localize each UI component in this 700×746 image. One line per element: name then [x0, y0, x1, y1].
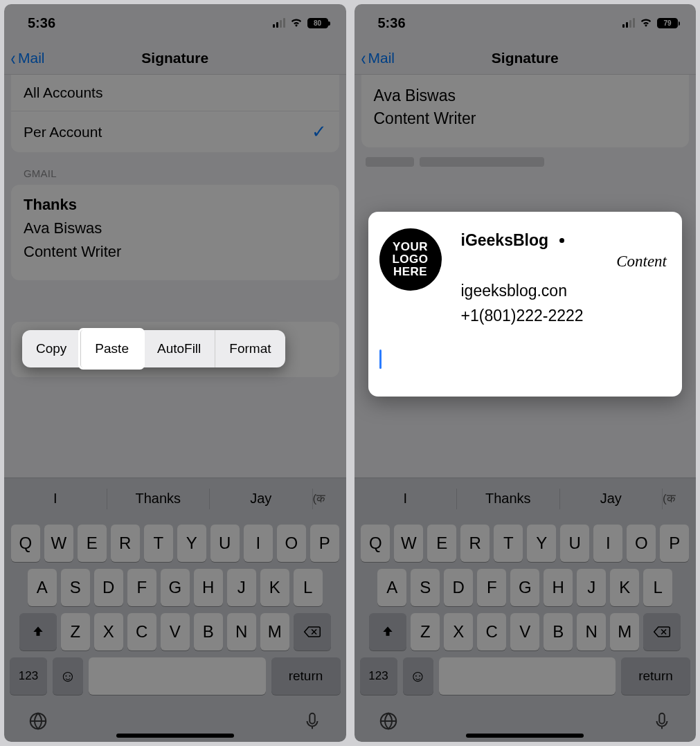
key-e[interactable]: E — [78, 525, 107, 562]
back-button[interactable]: ‹Mail — [10, 48, 45, 69]
key-l[interactable]: L — [643, 569, 672, 606]
key-y[interactable]: Y — [177, 525, 206, 562]
key-v[interactable]: V — [161, 613, 190, 651]
status-bar: 5:36 79 — [355, 4, 697, 42]
key-o[interactable]: O — [277, 525, 306, 562]
key-s[interactable]: S — [61, 569, 90, 606]
key-j[interactable]: J — [227, 569, 256, 606]
bottom-bar — [4, 700, 346, 742]
key-j[interactable]: J — [577, 569, 606, 606]
key-k[interactable]: K — [610, 569, 639, 606]
phone-right: 5:36 79 ‹Mail Signature Ava Biswas Conte… — [355, 4, 697, 742]
key-d[interactable]: D — [94, 569, 123, 606]
key-i[interactable]: I — [593, 525, 622, 562]
key-t[interactable]: T — [494, 525, 523, 562]
predict-1[interactable]: I — [4, 491, 107, 507]
signature-card[interactable]: Thanks Ava Biswas Content Writer — [11, 185, 339, 280]
key-q[interactable]: Q — [11, 525, 40, 562]
ctx-autofill[interactable]: AutoFill — [143, 330, 215, 367]
key-r[interactable]: R — [460, 525, 490, 562]
ctx-copy[interactable]: Copy — [22, 330, 80, 367]
key-f[interactable]: F — [477, 569, 506, 606]
signature-card-top[interactable]: Ava Biswas Content Writer — [361, 75, 690, 147]
key-g[interactable]: G — [510, 569, 539, 606]
pasted-signature-panel[interactable]: YOUR LOGO HERE iGeeksBlog Content igeeks… — [368, 212, 683, 397]
predict-2[interactable]: Thanks — [457, 491, 559, 507]
key-n[interactable]: N — [227, 613, 256, 651]
key-space[interactable] — [439, 657, 616, 695]
key-b[interactable]: B — [544, 613, 573, 651]
kbd-row-4: 123 ☺ return — [357, 657, 694, 695]
ctx-format[interactable]: Format — [215, 330, 285, 367]
predict-3[interactable]: Jay — [560, 491, 663, 507]
key-n[interactable]: N — [577, 613, 606, 651]
globe-icon[interactable] — [28, 711, 48, 731]
key-w[interactable]: W — [394, 525, 423, 562]
checkmark-icon: ✓ — [312, 121, 327, 143]
key-emoji[interactable]: ☺ — [53, 657, 83, 695]
key-i[interactable]: I — [244, 525, 273, 562]
key-backspace[interactable] — [643, 613, 681, 651]
key-q[interactable]: Q — [361, 525, 390, 562]
key-e[interactable]: E — [427, 525, 456, 562]
back-button[interactable]: ‹Mail — [360, 48, 395, 69]
text-cursor — [379, 349, 382, 369]
key-x[interactable]: X — [94, 613, 123, 651]
key-shift[interactable] — [369, 613, 406, 651]
mic-icon[interactable] — [652, 711, 672, 731]
home-indicator[interactable] — [466, 734, 584, 738]
key-return[interactable]: return — [621, 657, 690, 695]
key-m[interactable]: M — [610, 613, 639, 651]
key-return[interactable]: return — [271, 657, 341, 695]
key-k[interactable]: K — [260, 569, 289, 606]
key-h[interactable]: H — [544, 569, 573, 606]
row-per-account[interactable]: Per Account✓ — [11, 111, 339, 152]
row-all-accounts[interactable]: All Accounts — [11, 75, 339, 111]
kbd-row-3: ZXCVBNM — [357, 613, 694, 651]
key-m[interactable]: M — [260, 613, 289, 651]
key-b[interactable]: B — [194, 613, 223, 651]
key-c[interactable]: C — [477, 613, 506, 651]
predict-lang[interactable]: (क — [313, 492, 346, 506]
key-u[interactable]: U — [210, 525, 240, 562]
key-backspace[interactable] — [294, 613, 331, 651]
key-123[interactable]: 123 — [360, 657, 397, 695]
predict-3[interactable]: Jay — [210, 491, 312, 507]
key-z[interactable]: Z — [61, 613, 90, 651]
key-w[interactable]: W — [44, 525, 73, 562]
key-shift[interactable] — [19, 613, 57, 651]
key-s[interactable]: S — [411, 569, 440, 606]
signature-name: Ava Biswas — [24, 217, 327, 240]
key-v[interactable]: V — [510, 613, 539, 651]
key-z[interactable]: Z — [411, 613, 440, 651]
key-p[interactable]: P — [310, 525, 339, 562]
key-r[interactable]: R — [111, 525, 140, 562]
key-c[interactable]: C — [127, 613, 156, 651]
key-123[interactable]: 123 — [10, 657, 47, 695]
key-g[interactable]: G — [161, 569, 190, 606]
key-space[interactable] — [89, 657, 266, 695]
key-u[interactable]: U — [560, 525, 589, 562]
key-a[interactable]: A — [377, 569, 406, 606]
predict-lang[interactable]: (क — [663, 492, 696, 506]
key-h[interactable]: H — [194, 569, 223, 606]
ctx-paste[interactable]: Paste — [80, 330, 143, 367]
globe-icon[interactable] — [378, 711, 399, 731]
predict-2[interactable]: Thanks — [107, 491, 210, 507]
key-a[interactable]: A — [28, 569, 57, 606]
mic-icon[interactable] — [302, 711, 323, 731]
key-emoji[interactable]: ☺ — [403, 657, 433, 695]
key-l[interactable]: L — [294, 569, 323, 606]
signature-role: Content Writer — [24, 240, 327, 264]
predict-1[interactable]: I — [355, 491, 457, 507]
home-indicator[interactable] — [116, 734, 234, 738]
key-p[interactable]: P — [660, 525, 689, 562]
key-f[interactable]: F — [127, 569, 156, 606]
key-d[interactable]: D — [444, 569, 473, 606]
key-x[interactable]: X — [444, 613, 473, 651]
key-t[interactable]: T — [144, 525, 173, 562]
key-y[interactable]: Y — [527, 525, 556, 562]
chevron-left-icon: ‹ — [11, 48, 16, 69]
nav-bar: ‹Mail Signature — [4, 42, 346, 75]
key-o[interactable]: O — [627, 525, 656, 562]
